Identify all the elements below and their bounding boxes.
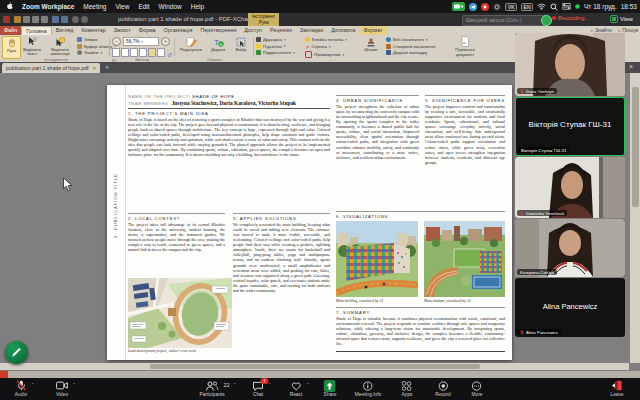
apple-logo-icon[interactable] [6, 2, 13, 11]
chevron-up-icon[interactable]: ˆ [73, 382, 75, 388]
add-button[interactable]: T+ Додати [207, 36, 229, 57]
new-tab-button[interactable]: + [105, 63, 109, 73]
chevron-up-icon[interactable]: ˆ [269, 382, 271, 388]
meeting-info-button[interactable]: Meeting Info [355, 380, 381, 397]
prev-view-icon[interactable] [72, 16, 79, 23]
underline-button[interactable]: Підкреслення▾ [256, 50, 295, 55]
menu-edit[interactable]: Edit [138, 3, 149, 10]
mail-icon[interactable] [41, 16, 48, 23]
undo-arrow-icon[interactable]: ↺ [167, 52, 172, 58]
tab-home[interactable]: Головна [21, 26, 51, 36]
vertical-scrollbar[interactable] [630, 73, 640, 363]
tab-file[interactable]: Файл [0, 26, 21, 35]
vk-status-icon[interactable]: VK [505, 3, 517, 11]
page-view-icon[interactable] [148, 48, 156, 57]
page-view-icon[interactable] [139, 48, 147, 57]
tab-convert[interactable]: Перетворення [196, 26, 240, 35]
tab-comment[interactable]: Коментар [77, 26, 109, 35]
next-view-icon[interactable] [81, 16, 88, 23]
page-view-icon[interactable] [130, 48, 138, 57]
chat-button[interactable]: 1 ˆ Chat [253, 380, 264, 397]
create-link-button[interactable]: Створити посилання [386, 44, 435, 49]
tab-bookmarks[interactable]: Закладки [296, 26, 327, 35]
save-icon[interactable] [23, 16, 30, 23]
select-comments-button[interactable]: Виділити коментарі [46, 36, 74, 57]
share-button[interactable]: Share [324, 380, 337, 397]
horizontal-scrollbar-thumb[interactable] [150, 364, 480, 369]
chevron-up-icon[interactable]: ˆ [234, 382, 236, 388]
annotate-button[interactable] [5, 341, 28, 364]
menubar-date[interactable]: Чт 18 груд. [584, 3, 617, 10]
redo-icon[interactable] [61, 16, 68, 23]
keyboard-layout-icon[interactable]: EN [521, 3, 533, 11]
menu-view[interactable]: View [115, 3, 129, 10]
tab-protect[interactable]: Захист [110, 26, 135, 35]
wifi-icon[interactable] [537, 3, 546, 10]
participant-tile-alina[interactable]: Alina Pancewicz Alina Pancewicz [515, 278, 625, 337]
record-button[interactable]: Record [435, 380, 450, 397]
page-view-icon[interactable] [157, 48, 165, 57]
highlight-button[interactable]: Підсвітка▾ [256, 44, 295, 49]
menu-help[interactable]: Help [191, 3, 204, 10]
sticky-note-button[interactable]: Клейка нотатка▾ [305, 37, 347, 42]
snapshot-button[interactable]: Знімок [77, 37, 116, 42]
menubar-time[interactable]: 18:53 [621, 3, 637, 10]
zoom-in-button[interactable]: + [161, 37, 170, 46]
edit-content-button[interactable]: Редагувати [177, 36, 205, 57]
print-icon[interactable] [32, 16, 39, 23]
typewriter-button[interactable]: Друкарка▾ [256, 37, 295, 42]
participant-tile-viktoriia-active-speaker[interactable]: Вікторія Ступак ГШ-31 Вікторія Ступак ГШ… [515, 97, 625, 156]
participant-tile-kateryna[interactable]: Катерина Свіґда [515, 219, 625, 277]
tab-organize[interactable]: Організація [160, 26, 197, 35]
tab-review[interactable]: Рецензія [266, 26, 296, 35]
menu-meeting[interactable]: Meeting [83, 3, 106, 10]
menu-window[interactable]: Window [159, 3, 182, 10]
web-link-button[interactable]: Веб посилання▾ [386, 37, 435, 42]
page-view-icon[interactable] [121, 48, 129, 57]
chevron-up-icon[interactable]: ˆ [32, 382, 34, 388]
stamp-button[interactable]: Штамп [360, 36, 382, 57]
participants-button[interactable]: 22 ˆ Participants [199, 380, 224, 397]
react-button[interactable]: ˆ React [290, 380, 303, 397]
audio-button[interactable]: ˆ Audio [15, 380, 27, 397]
participant-tile-dominika[interactable]: Dominika Verešová [515, 157, 625, 218]
notification-status-icon[interactable] [481, 3, 489, 11]
arrow-tool-button[interactable]: ↗Стрілка▾ [305, 44, 347, 50]
vertical-scrollbar-thumb[interactable] [632, 87, 639, 207]
tab-view[interactable]: Вигляд [52, 26, 78, 35]
tab-form[interactable]: Форма [135, 26, 160, 35]
quick-launch-search[interactable]: Швидкий запуск (Ctrl+.) [462, 15, 546, 26]
tab-close-icon[interactable]: × [93, 63, 97, 73]
telegram-status-icon[interactable] [469, 3, 477, 11]
horizontal-scrollbar[interactable] [0, 363, 629, 370]
open-icon[interactable] [14, 16, 21, 23]
chevron-up-icon[interactable]: ˆ [307, 382, 309, 388]
leave-button[interactable]: Leave [610, 380, 623, 397]
undo-icon[interactable] [52, 16, 59, 23]
zoom-self-avatar[interactable] [541, 15, 552, 26]
select-text-button[interactable]: Виділити текст [20, 36, 44, 57]
page-view-icon[interactable] [112, 48, 120, 57]
clipboard-button[interactable]: Буфер обміну▾ [77, 44, 116, 49]
document-tab[interactable]: publication part 1 shade of hope.pdf × [2, 63, 100, 73]
zoom-out-button[interactable]: − [112, 37, 121, 46]
find-tool-button[interactable]: Знайти▾ [77, 50, 116, 55]
apps-button[interactable]: Apps [402, 380, 413, 397]
tab-accessibility[interactable]: Доступ [240, 26, 266, 35]
control-center-icon[interactable] [562, 3, 571, 10]
zoom-level-input[interactable]: 56,7% ▾ [123, 37, 159, 46]
spotlight-search-icon[interactable] [550, 3, 558, 11]
sign-document-button[interactable]: Підписати документ [448, 36, 482, 57]
video-button[interactable]: ˆ Video [56, 380, 68, 397]
participant-tile-daria[interactable]: Daria Venhryn [515, 33, 625, 96]
rectangle-tool-button[interactable]: Прямокутник▾ [305, 51, 347, 58]
pick-button[interactable]: Вибір [231, 36, 251, 57]
hand-tool-button[interactable]: Рука [2, 36, 21, 59]
zoom-view-button[interactable]: View [610, 15, 633, 23]
menu-app-name[interactable]: Zoom Workplace [22, 3, 74, 10]
add-bookmark-button[interactable]: Додати закладку [386, 50, 435, 55]
shield-status-icon[interactable] [493, 3, 501, 11]
tab-help[interactable]: Допомога [327, 26, 359, 35]
tab-format[interactable]: Формат [359, 26, 386, 35]
zoom-camera-status-icon[interactable] [452, 2, 465, 11]
